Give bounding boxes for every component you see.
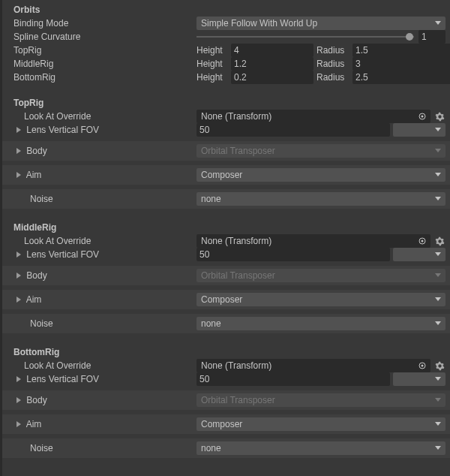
- lens-preset-dropdown[interactable]: [393, 248, 446, 261]
- noise-value: none: [201, 443, 221, 453]
- orbit-middle-label: MiddleRig: [14, 59, 196, 69]
- spline-curvature-row: Spline Curvature: [0, 30, 450, 44]
- middlerig-title: MiddleRig: [14, 222, 56, 233]
- lens-preset-dropdown[interactable]: [393, 372, 446, 386]
- orbit-bottom-radius-input[interactable]: [352, 71, 450, 84]
- lookat-label: Look At Override: [14, 360, 196, 371]
- expand-icon[interactable]: [15, 421, 22, 427]
- spline-curvature-slider[interactable]: [196, 30, 446, 44]
- middlerig-body-dropdown: Orbital Transposer: [196, 269, 446, 282]
- bottomrig-lookat-row: Look At Override None (Transform): [0, 359, 450, 372]
- orbit-top-row: TopRig Height Radius: [0, 44, 450, 57]
- orbit-top-height-input[interactable]: [231, 44, 314, 57]
- lens-label: Lens Vertical FOV: [14, 125, 196, 135]
- radius-label: Radius: [316, 45, 350, 56]
- middlerig-noise-dropdown[interactable]: none: [196, 317, 446, 330]
- toprig-lens-row: Lens Vertical FOV: [0, 123, 450, 137]
- spline-curvature-label: Spline Curvature: [14, 32, 196, 42]
- object-picker-icon[interactable]: [417, 111, 428, 122]
- expand-icon[interactable]: [15, 148, 22, 154]
- svg-point-1: [422, 116, 424, 118]
- toprig-body-dropdown: Orbital Transposer: [196, 144, 446, 158]
- bottomrig-lens-row: Lens Vertical FOV: [0, 372, 450, 386]
- height-label: Height: [196, 72, 228, 83]
- slider-handle[interactable]: [406, 33, 413, 41]
- lens-preset-dropdown[interactable]: [393, 123, 446, 137]
- chevron-down-icon: [435, 197, 441, 201]
- middlerig-lens-input[interactable]: [196, 248, 390, 261]
- chevron-down-icon: [435, 128, 441, 132]
- aim-value: Composer: [201, 419, 242, 429]
- bottomrig-title: BottomRig: [14, 347, 59, 357]
- gear-icon[interactable]: [434, 235, 446, 247]
- aim-label: Aim: [26, 170, 42, 180]
- expand-icon[interactable]: [15, 127, 22, 133]
- chevron-down-icon: [435, 173, 441, 177]
- toprig-lookat-row: Look At Override None (Transform): [0, 110, 450, 123]
- spline-curvature-input[interactable]: [418, 30, 446, 44]
- chevron-down-icon: [435, 21, 441, 26]
- binding-mode-label: Binding Mode: [14, 18, 196, 29]
- bottomrig-aim-dropdown[interactable]: Composer: [196, 417, 446, 431]
- bottomrig-noise-dropdown[interactable]: none: [196, 441, 446, 455]
- bottomrig-section: BottomRig Look At Override None (Transfo…: [0, 345, 450, 458]
- body-label: Body: [26, 270, 46, 281]
- middlerig-body-row: Body Orbital Transposer: [0, 266, 450, 285]
- aim-label: Aim: [26, 294, 42, 305]
- middlerig-noise-row: Noise none: [0, 314, 450, 333]
- orbit-top-radius-input[interactable]: [352, 44, 450, 57]
- middlerig-section: MiddleRig Look At Override None (Transfo…: [0, 221, 450, 333]
- object-picker-icon[interactable]: [417, 360, 428, 371]
- bottomrig-noise-row: Noise none: [0, 438, 450, 458]
- orbit-middle-radius-input[interactable]: [352, 57, 450, 71]
- height-label: Height: [196, 45, 228, 56]
- bottomrig-lens-input[interactable]: [196, 372, 390, 386]
- binding-mode-value: Simple Follow With World Up: [201, 18, 317, 29]
- chevron-down-icon: [435, 446, 441, 450]
- toprig-aim-dropdown[interactable]: Composer: [196, 168, 446, 182]
- noise-label: Noise: [14, 443, 196, 453]
- noise-label: Noise: [14, 318, 196, 329]
- lens-text: Lens Vertical FOV: [26, 125, 99, 135]
- gear-icon[interactable]: [434, 110, 446, 122]
- inspector-panel: Orbits Binding Mode Simple Follow With W…: [0, 0, 450, 458]
- middlerig-lens-row: Lens Vertical FOV: [0, 248, 450, 261]
- chevron-down-icon: [435, 149, 441, 153]
- chevron-down-icon: [435, 398, 441, 402]
- expand-icon[interactable]: [15, 397, 22, 403]
- toprig-title: TopRig: [14, 98, 44, 108]
- expand-icon[interactable]: [15, 376, 22, 382]
- binding-mode-row: Binding Mode Simple Follow With World Up: [0, 17, 450, 30]
- expand-icon[interactable]: [15, 252, 22, 258]
- chevron-down-icon: [435, 422, 441, 426]
- noise-value: none: [201, 194, 221, 204]
- body-value: Orbital Transposer: [201, 270, 275, 281]
- gear-icon[interactable]: [434, 360, 446, 372]
- toprig-section: TopRig Look At Override None (Transform): [0, 96, 450, 209]
- orbit-top-label: TopRig: [14, 45, 196, 56]
- toprig-lens-input[interactable]: [196, 123, 390, 137]
- toprig-aim-row: Aim Composer: [0, 165, 450, 185]
- orbit-bottom-height-input[interactable]: [231, 71, 314, 84]
- body-label: Body: [26, 395, 46, 405]
- chevron-down-icon: [435, 377, 441, 381]
- expand-icon[interactable]: [15, 273, 22, 279]
- lookat-value: None (Transform): [201, 236, 272, 246]
- svg-point-5: [422, 365, 424, 367]
- bottomrig-title-row: BottomRig: [0, 345, 450, 359]
- toprig-title-row: TopRig: [0, 96, 450, 110]
- aim-value: Composer: [201, 170, 242, 180]
- chevron-down-icon: [435, 273, 441, 278]
- toprig-noise-dropdown[interactable]: none: [196, 192, 446, 206]
- middlerig-aim-dropdown[interactable]: Composer: [196, 293, 446, 306]
- binding-mode-dropdown[interactable]: Simple Follow With World Up: [196, 17, 446, 30]
- orbit-middle-height-input[interactable]: [231, 57, 314, 71]
- expand-icon[interactable]: [15, 297, 22, 303]
- height-label: Height: [196, 59, 228, 69]
- bottomrig-lookat-field[interactable]: None (Transform): [196, 359, 430, 372]
- noise-value: none: [201, 318, 221, 329]
- expand-icon[interactable]: [15, 172, 22, 178]
- object-picker-icon[interactable]: [417, 236, 428, 246]
- middlerig-lookat-field[interactable]: None (Transform): [196, 234, 430, 248]
- toprig-lookat-field[interactable]: None (Transform): [196, 110, 430, 123]
